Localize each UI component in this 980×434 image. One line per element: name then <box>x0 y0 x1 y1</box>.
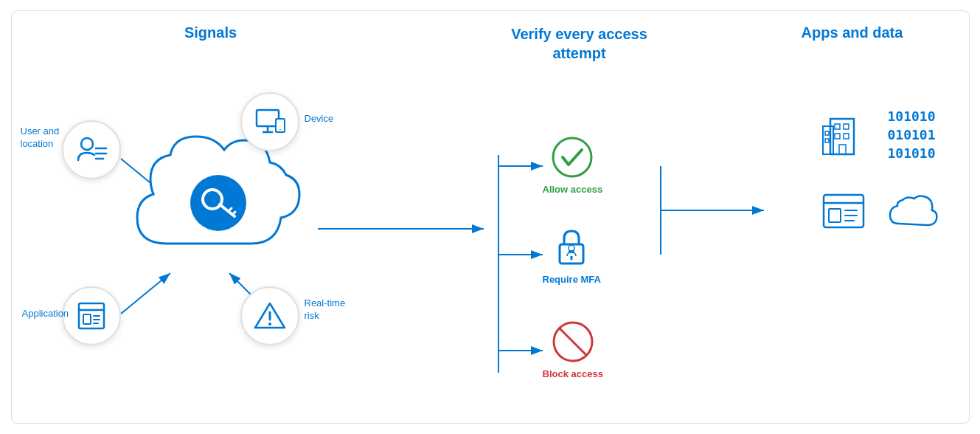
block-access-label: Block access <box>543 368 603 379</box>
application-label: Application <box>22 308 69 320</box>
svg-rect-53 <box>829 209 841 222</box>
allow-access-label: Allow access <box>543 184 603 195</box>
title-apps: Apps and data <box>771 24 934 41</box>
svg-rect-49 <box>825 131 829 135</box>
svg-rect-46 <box>835 134 840 139</box>
user-location-circle <box>62 120 121 179</box>
require-mfa-option: Require MFA <box>543 225 601 285</box>
cloud-icon <box>888 194 947 234</box>
apps-data-section: 101010010101101010 <box>821 107 947 236</box>
user-location-label: User andlocation <box>21 125 60 151</box>
svg-point-35 <box>553 138 591 176</box>
block-access-option: Block access <box>543 320 603 379</box>
svg-rect-24 <box>276 119 285 132</box>
svg-line-41 <box>560 328 586 355</box>
svg-rect-48 <box>839 145 846 154</box>
svg-rect-50 <box>825 139 829 142</box>
app-window-icon <box>821 193 873 236</box>
realtime-risk-label: Real-timerisk <box>305 297 346 323</box>
building-icon <box>821 108 873 162</box>
device-label: Device <box>305 113 334 125</box>
data-icon: 101010010101101010 <box>888 107 947 163</box>
realtime-risk-circle <box>240 286 299 345</box>
svg-rect-47 <box>844 134 849 139</box>
diagram-container: Signals Verify every access attempt Apps… <box>11 10 970 424</box>
svg-point-12 <box>190 175 246 231</box>
svg-rect-28 <box>83 314 91 324</box>
svg-point-17 <box>81 138 93 150</box>
svg-line-3 <box>121 273 170 314</box>
allow-access-option: Allow access <box>543 135 603 195</box>
title-verify: Verify every access attempt <box>484 24 675 63</box>
svg-point-34 <box>268 323 271 326</box>
svg-point-39 <box>569 245 574 251</box>
title-signals: Signals <box>137 24 285 41</box>
device-circle <box>240 92 299 151</box>
cloud-with-key <box>122 129 314 277</box>
require-mfa-label: Require MFA <box>543 274 601 285</box>
svg-rect-44 <box>835 124 840 129</box>
svg-rect-43 <box>823 126 833 154</box>
application-circle <box>62 286 121 345</box>
svg-rect-45 <box>844 124 849 129</box>
